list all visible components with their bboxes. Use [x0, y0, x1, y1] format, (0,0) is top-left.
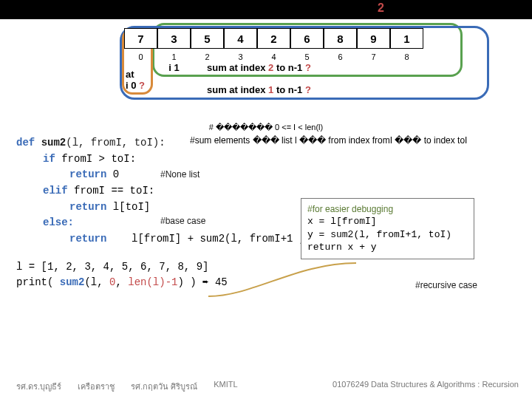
comment-none: #None list: [160, 168, 200, 182]
idx: 4: [257, 50, 290, 64]
fn-name: sum2: [41, 137, 66, 149]
author1: รศ.ดร.บุญธีร์: [16, 380, 61, 393]
slide-header: 2: [0, 0, 532, 19]
cell: 6: [290, 28, 324, 49]
code-block: #sum elements ��� list l ��� from index …: [16, 135, 519, 248]
idx: 0: [124, 50, 157, 64]
elif-line: elif fromI == toI:: [16, 183, 519, 200]
slide-footer: รศ.ดร.บุญธีร์ เครือตราชู รศ.กฤตวัน ศิริบ…: [16, 380, 519, 393]
idx: 8: [390, 50, 423, 64]
debug-l3: return x + y: [307, 241, 468, 254]
at-i0-label: at i 0 ?: [126, 69, 145, 92]
i1-label: i 1: [157, 62, 191, 73]
array-cells: 7 3 5 4 2 6 8 9 1: [124, 28, 423, 49]
kw-return: return: [69, 233, 106, 245]
print: print(: [16, 276, 60, 288]
debug-box: #for easier debugging x = l[fromI] y = s…: [301, 198, 474, 259]
idx: 3: [224, 50, 257, 64]
q: ?: [305, 62, 311, 73]
idx: 6: [324, 50, 357, 64]
if-line: if fromI > toI:: [16, 151, 519, 168]
arrow-icon: ➨: [197, 276, 215, 288]
array-indices: 0 1 2 3 4 5 6 7 8: [124, 50, 423, 64]
precondition-comment: # ������� 0 <= I < len(l): [0, 123, 532, 132]
list-def: l = [1, 2, 3, 4, 5, 6, 7, 8, 9]: [16, 259, 532, 275]
txt: sum at index: [207, 62, 268, 73]
txt: i 0: [126, 80, 136, 91]
debug-l1: x = l[fromI]: [307, 215, 468, 228]
cell: 9: [357, 28, 390, 49]
idx: 1: [157, 50, 191, 64]
idx: 2: [191, 50, 224, 64]
txt: at: [126, 69, 134, 80]
author1b: เครือตราชู: [78, 380, 115, 393]
cell: 5: [191, 28, 224, 49]
txt: to n-1: [273, 84, 305, 95]
kw-if: if: [43, 153, 55, 165]
q: ?: [139, 80, 145, 91]
arg1: len(l)-1: [128, 276, 177, 288]
kw-return: return: [69, 201, 106, 213]
cond: fromI > toI:: [55, 153, 136, 165]
cond: fromI == toI:: [68, 185, 155, 197]
header-number: 2: [378, 1, 384, 15]
sum-index1-label: sum at index 1 to n-1 ?: [207, 84, 311, 95]
debug-comment: #for easier debugging: [307, 203, 468, 215]
cell: 1: [390, 28, 423, 49]
sep: ,: [115, 276, 128, 288]
kw-return: return: [69, 168, 106, 180]
args: (l,: [84, 276, 109, 288]
kw-elif: elif: [43, 185, 68, 197]
sum-index2-label: sum at index 2 to n-1 ?: [207, 62, 311, 73]
return-0: return 0: [16, 167, 519, 183]
kw-def: def: [16, 137, 35, 149]
comment-recursive: #recursive case: [415, 279, 477, 293]
txt: sum at index: [207, 84, 268, 95]
close: ) ): [177, 276, 196, 288]
author2: รศ.กฤตวัน ศิริบูรณ์: [131, 380, 197, 393]
idx: 5: [290, 50, 324, 64]
array-diagram: 7 3 5 4 2 6 8 9 1 0 1 2 3 4 5 6 7 8 i 1 …: [103, 25, 495, 121]
result: 45: [215, 276, 228, 288]
debug-l2: y = sum2(l, fromI+1, toI): [307, 228, 468, 242]
txt: to n-1: [273, 62, 305, 73]
institute: KMITL: [214, 380, 237, 393]
cell: 7: [124, 28, 157, 49]
params: (l, fromI, toI):: [66, 137, 165, 149]
cell: 3: [157, 28, 191, 49]
val: l[toI]: [106, 201, 150, 213]
sum-comment: #sum elements ��� list l ��� from index …: [190, 135, 530, 147]
kw-else: else:: [43, 216, 74, 228]
fn: sum2: [60, 276, 85, 288]
val: 0: [106, 168, 119, 180]
cell: 2: [257, 28, 290, 49]
idx: 7: [357, 50, 390, 64]
course-title: 01076249 Data Structures & Algorithms : …: [332, 380, 519, 393]
q: ?: [305, 84, 311, 95]
comment-base: #base case: [160, 214, 205, 228]
cell: 8: [324, 28, 357, 49]
cell: 4: [224, 28, 257, 49]
